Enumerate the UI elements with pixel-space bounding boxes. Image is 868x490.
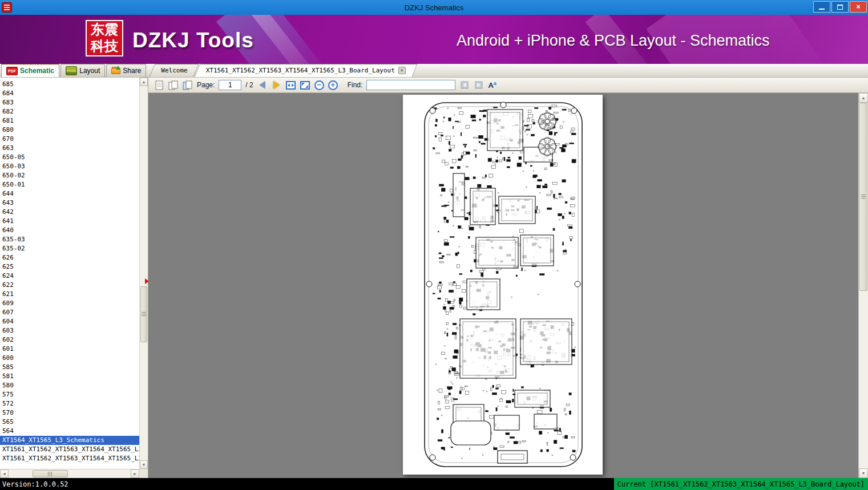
list-item[interactable]: 564 — [0, 427, 139, 436]
list-item[interactable]: 683 — [0, 98, 139, 107]
schematic-page-list[interactable]: 685684683682681680670663650-05650-03650-… — [0, 78, 139, 469]
scroll-up-icon[interactable]: ▲ — [140, 78, 148, 86]
list-item[interactable]: 635-03 — [0, 235, 139, 244]
list-item[interactable]: 684 — [0, 89, 139, 98]
list-item[interactable]: 609 — [0, 299, 139, 308]
list-item[interactable]: 650-01 — [0, 180, 139, 189]
app-banner: 东震 科技 DZKJ Tools Android + iPhone & PCB … — [0, 15, 868, 64]
list-item[interactable]: 643 — [0, 199, 139, 208]
list-item[interactable]: 682 — [0, 107, 139, 116]
doc-tab-label: XT1561_XT1562_XT1563_XT1564_XT1565_L3_Bo… — [206, 67, 395, 74]
list-item[interactable]: 625 — [0, 262, 139, 272]
close-window-button[interactable]: × — [850, 1, 867, 13]
banner-decoration — [251, 15, 329, 64]
tab-label: Share — [123, 67, 141, 75]
continuous-view-button[interactable] — [183, 80, 193, 90]
scroll-down-icon[interactable]: ▼ — [140, 460, 148, 469]
list-item[interactable]: 641 — [0, 217, 139, 226]
fit-page-button[interactable] — [300, 80, 310, 90]
list-item[interactable]: 622 — [0, 281, 139, 290]
list-item[interactable]: 635-02 — [0, 244, 139, 253]
scrollbar-corner — [139, 469, 148, 478]
list-item[interactable]: 601 — [0, 345, 139, 354]
list-item[interactable]: 580 — [0, 381, 139, 390]
page-number-input[interactable] — [219, 80, 241, 90]
list-item[interactable]: 621 — [0, 290, 139, 299]
minimize-button[interactable] — [813, 1, 830, 13]
list-item[interactable]: 604 — [0, 317, 139, 326]
list-item[interactable]: 650-03 — [0, 162, 139, 171]
scroll-down-icon[interactable]: ▼ — [859, 468, 868, 478]
window-controls: × — [813, 1, 867, 13]
list-item[interactable]: 565 — [0, 418, 139, 427]
sidebar-scrollbar-thumb[interactable] — [140, 286, 147, 342]
single-page-view-button[interactable] — [154, 80, 164, 90]
thumb-grip-icon — [142, 312, 146, 317]
schematic-sidebar: 685684683682681680670663650-05650-03650-… — [0, 78, 148, 478]
app-window: DZKJ Schematics × 东震 科技 DZKJ Tools Andro… — [0, 0, 868, 490]
list-item[interactable]: 663 — [0, 144, 139, 153]
tool-tab-layout[interactable]: PADSLayout — [60, 64, 105, 77]
list-item[interactable]: XT1561_XT1562_XT1563_XT1564_XT1565_L3_ — [0, 445, 139, 454]
list-item[interactable]: 603 — [0, 326, 139, 335]
list-item[interactable]: 602 — [0, 335, 139, 345]
zoom-out-button[interactable]: − — [314, 80, 324, 90]
doc-tab-board-layout[interactable]: XT1561_XT1562_XT1563_XT1564_XT1565_L3_Bo… — [197, 64, 415, 77]
document-tabs: WelcomeXT1561_XT1562_XT1563_XT1564_XT156… — [152, 64, 415, 77]
list-item[interactable]: 572 — [0, 399, 139, 408]
list-item[interactable]: 650-05 — [0, 153, 139, 162]
list-item[interactable]: 570 — [0, 408, 139, 418]
viewer-pane: Page: / 2 − + Find: — [148, 78, 868, 478]
maximize-icon — [837, 5, 843, 10]
minimize-icon — [819, 9, 825, 10]
find-input[interactable] — [366, 80, 455, 90]
list-item[interactable]: 650-02 — [0, 171, 139, 180]
zoom-in-button[interactable]: + — [328, 80, 338, 90]
find-next-button[interactable] — [474, 80, 484, 90]
list-item[interactable]: 642 — [0, 208, 139, 217]
list-item[interactable]: 644 — [0, 189, 139, 199]
scrollbar-track[interactable] — [9, 469, 131, 478]
close-tab-icon[interactable]: × — [398, 67, 406, 74]
sidebar-horizontal-scrollbar[interactable]: ◄ ► — [0, 469, 139, 478]
scroll-right-icon[interactable]: ► — [131, 469, 139, 478]
list-item[interactable]: 670 — [0, 135, 139, 144]
list-item[interactable]: XT1561_XT1562_XT1563_XT1564_XT1565_L3_ — [0, 454, 139, 463]
list-item[interactable]: 685 — [0, 80, 139, 89]
scroll-up-icon[interactable]: ▲ — [859, 93, 868, 103]
prev-arrow-icon — [259, 81, 265, 89]
list-item[interactable]: 626 — [0, 253, 139, 262]
tool-tab-share[interactable]: Share — [106, 64, 146, 77]
doc-tab-welcome[interactable]: Welcome — [152, 64, 196, 77]
maximize-button[interactable] — [831, 1, 849, 13]
canvas-vertical-scrollbar[interactable]: ▲ ▼ — [858, 93, 868, 478]
list-item[interactable]: XT1564_XT1565_L3_Schematics — [0, 436, 139, 445]
sidebar-hscrollbar-thumb[interactable] — [33, 470, 68, 477]
list-item[interactable]: 680 — [0, 125, 139, 135]
list-item[interactable]: 581 — [0, 372, 139, 381]
list-item[interactable]: 624 — [0, 272, 139, 281]
previous-page-button[interactable] — [257, 80, 268, 90]
list-item[interactable]: 575 — [0, 390, 139, 399]
doc-tab-label: Welcome — [161, 67, 187, 74]
fit-width-button[interactable] — [286, 80, 296, 90]
text-size-button[interactable]: Aa — [488, 80, 496, 90]
two-page-view-button[interactable] — [168, 80, 179, 90]
scroll-left-icon[interactable]: ◄ — [0, 469, 9, 478]
document-canvas[interactable]: ▲ ▼ — [148, 93, 868, 478]
sidebar-vertical-scrollbar[interactable]: ▲ ▼ — [139, 78, 148, 469]
list-item[interactable]: 681 — [0, 116, 139, 125]
sidebar-collapse-arrow[interactable] — [145, 278, 149, 284]
share-folder-icon — [111, 68, 120, 74]
find-previous-button[interactable] — [459, 80, 470, 90]
list-item[interactable]: 640 — [0, 226, 139, 235]
next-page-button[interactable] — [272, 80, 282, 90]
status-bar: Version:1.0.0.52 Current [XT1561_XT1562_… — [0, 478, 868, 490]
thumb-grip-icon — [48, 472, 53, 476]
list-item[interactable]: 600 — [0, 354, 139, 363]
brand-title: DZKJ Tools — [132, 29, 254, 52]
list-item[interactable]: 585 — [0, 363, 139, 372]
list-item[interactable]: 607 — [0, 308, 139, 317]
canvas-scrollbar-thumb[interactable] — [859, 103, 867, 291]
tool-tab-schematic[interactable]: PDFSchematic — [1, 63, 59, 77]
